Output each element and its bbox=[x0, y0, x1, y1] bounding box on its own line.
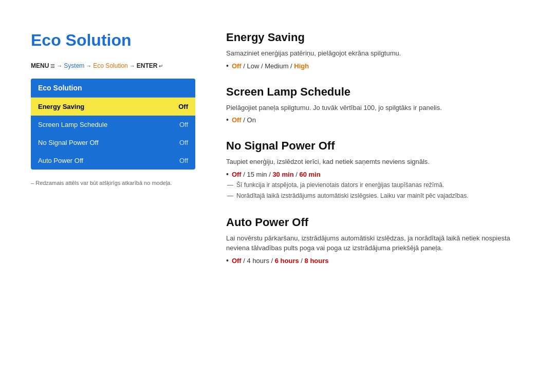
energy-saving-options: • Off / Low / Medium / High bbox=[226, 62, 524, 70]
section-energy-saving: Energy Saving Samaziniet enerģijas patēr… bbox=[226, 31, 524, 70]
section-screen-lamp: Screen Lamp Schedule Pielāgojiet paneļa … bbox=[226, 85, 524, 124]
energy-saving-label: Energy Saving bbox=[38, 103, 84, 110]
off-highlight-3: Off bbox=[232, 171, 242, 178]
note-text-1: Šī funkcija ir atspējota, ja pievienotai… bbox=[236, 180, 444, 190]
60min-highlight: 60 min bbox=[299, 171, 320, 178]
page-title: Eco Solution bbox=[31, 31, 195, 50]
no-signal-desc: Taupiet enerģiju, izslēdzot ierīci, kad … bbox=[226, 157, 524, 167]
note-text-2: Norādītajā laikā izstrādājums automātisk… bbox=[236, 191, 469, 200]
eco-solution-label: Eco Solution bbox=[93, 62, 127, 69]
bullet-dot-2: • bbox=[226, 116, 229, 124]
menu-label: MENU bbox=[31, 62, 49, 69]
8h-highlight: 8 hours bbox=[305, 257, 329, 265]
6h-highlight: 6 hours bbox=[275, 257, 299, 265]
bullet-dot-3: • bbox=[226, 170, 229, 178]
off-highlight-2: Off bbox=[232, 116, 242, 124]
energy-saving-desc: Samaziniet enerģijas patēriņu, pielāgojo… bbox=[226, 48, 524, 59]
no-signal-note-1: — Šī funkcija ir atspējota, ja pievienot… bbox=[226, 180, 524, 200]
enter-label: ENTER bbox=[137, 62, 158, 69]
screen-lamp-value: Off bbox=[179, 121, 188, 128]
other-options: / Low / Medium / bbox=[243, 62, 294, 70]
arrow-2: → bbox=[86, 63, 91, 69]
eco-menu-title: Eco Solution bbox=[31, 79, 195, 98]
bullet-dot-4: • bbox=[226, 256, 229, 265]
auto-power-value: Off bbox=[179, 157, 188, 164]
enter-icon: ↵ bbox=[159, 63, 163, 69]
auto-power-label: Auto Power Off bbox=[38, 157, 83, 164]
no-signal-options: • Off / 15 min / 30 min / 60 min bbox=[226, 170, 524, 178]
menu-item-no-signal[interactable]: No Signal Power Off Off bbox=[31, 134, 195, 152]
menu-icon: ☰ bbox=[50, 63, 55, 69]
energy-saving-title: Energy Saving bbox=[226, 31, 524, 44]
bullet-dot: • bbox=[226, 62, 229, 70]
energy-saving-option-text: Off / Low / Medium / High bbox=[232, 62, 309, 70]
left-panel: Eco Solution MENU ☰ → System → Eco Solut… bbox=[31, 31, 195, 280]
screen-lamp-title: Screen Lamp Schedule bbox=[226, 85, 524, 99]
menu-path: MENU ☰ → System → Eco Solution → ENTER ↵ bbox=[31, 62, 195, 69]
screen-lamp-option-text: Off / On bbox=[232, 116, 256, 124]
section-auto-power: Auto Power Off Lai novērstu pārkaršanu, … bbox=[226, 216, 524, 265]
min-options: / 15 min / bbox=[243, 171, 272, 178]
30min-highlight: 30 min bbox=[272, 171, 293, 178]
dash-2: — bbox=[227, 191, 233, 200]
right-panel: Energy Saving Samaziniet enerģijas patēr… bbox=[226, 31, 524, 280]
menu-item-energy-saving[interactable]: Energy Saving Off bbox=[31, 98, 195, 116]
menu-item-screen-lamp[interactable]: Screen Lamp Schedule Off bbox=[31, 116, 195, 134]
off-highlight: Off bbox=[232, 62, 242, 70]
high-highlight: High bbox=[294, 62, 309, 70]
auto-power-title: Auto Power Off bbox=[226, 216, 524, 229]
section-no-signal: No Signal Power Off Taupiet enerģiju, iz… bbox=[226, 139, 524, 200]
no-signal-option-text: Off / 15 min / 30 min / 60 min bbox=[232, 171, 321, 178]
screen-lamp-label: Screen Lamp Schedule bbox=[38, 121, 107, 128]
arrow-3: → bbox=[130, 63, 135, 69]
energy-saving-value: Off bbox=[178, 103, 188, 110]
slash-8h: / bbox=[301, 257, 304, 265]
no-signal-value: Off bbox=[179, 139, 188, 146]
menu-item-auto-power[interactable]: Auto Power Off Off bbox=[31, 152, 195, 170]
no-signal-label: No Signal Power Off bbox=[38, 139, 99, 146]
4h-option: / 4 hours / bbox=[243, 257, 274, 265]
system-label: System bbox=[64, 62, 84, 69]
no-signal-title: No Signal Power Off bbox=[226, 139, 524, 153]
screen-lamp-options: • Off / On bbox=[226, 116, 524, 124]
auto-power-option-text: Off / 4 hours / 6 hours / 8 hours bbox=[232, 257, 329, 265]
arrow-1: → bbox=[57, 63, 62, 69]
dash-1: — bbox=[227, 180, 233, 190]
auto-power-options: • Off / 4 hours / 6 hours / 8 hours bbox=[226, 256, 524, 265]
on-option: / On bbox=[243, 116, 256, 124]
off-highlight-4: Off bbox=[232, 257, 242, 265]
screen-lamp-desc: Pielāgojiet paneļa spilgtumu. Jo tuvāk v… bbox=[226, 103, 524, 113]
eco-solution-menu: Eco Solution Energy Saving Off Screen La… bbox=[31, 79, 195, 170]
auto-power-desc: Lai novērstu pārkaršanu, izstrādājums au… bbox=[226, 233, 524, 253]
model-note: Redzamais attēls var būt atšķirīgs atkar… bbox=[31, 180, 195, 186]
